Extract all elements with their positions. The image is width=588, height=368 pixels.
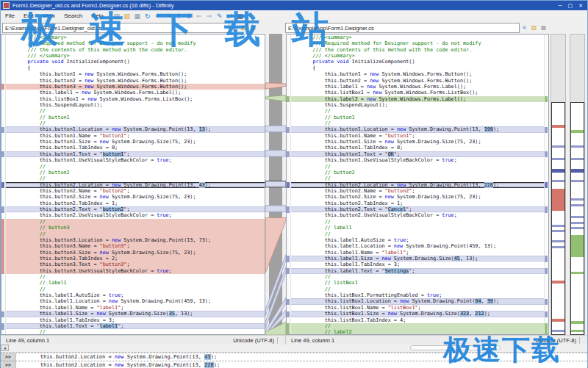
code-line[interactable]: this.listBox1.Name = "listBox1"; — [291, 305, 548, 311]
current-diff-line[interactable]: >> this.button2.Location = new System.Dr… — [1, 353, 587, 361]
code-line[interactable]: this.button1.Location = new System.Drawi… — [6, 126, 265, 132]
title-bar[interactable]: Form1.Designer_old.cs and Form1.Designer… — [1, 1, 587, 10]
code-line[interactable]: this.button2.Size = new System.Drawing.S… — [291, 194, 548, 200]
minimap-viewport[interactable] — [570, 102, 584, 335]
code-line[interactable]: /// the contents of this method with the… — [6, 47, 265, 53]
code-line[interactable]: this.listBox1.FormattingEnabled = true; — [291, 292, 548, 298]
code-line[interactable]: // button2 — [6, 170, 265, 176]
code-line[interactable]: this.label1 = new System.Windows.Forms.L… — [6, 90, 265, 95]
code-line[interactable]: { — [291, 65, 548, 71]
scroll-left-arrow-icon[interactable]: ◂ — [1, 344, 9, 351]
code-line[interactable]: this.label1.Name = "label1"; — [6, 305, 265, 311]
code-line[interactable]: this.button2.TabIndex = 1; — [6, 201, 265, 206]
menu-edit[interactable]: Edit — [19, 12, 38, 20]
code-line[interactable]: this.label1 = new System.Windows.Forms.L… — [291, 84, 548, 90]
code-line[interactable]: this.label1.Size = new System.Drawing.Si… — [6, 311, 265, 317]
code-line[interactable]: this.label1.Size = new System.Drawing.Si… — [291, 256, 548, 261]
current-diff-line[interactable]: >> this.button2.Location = new System.Dr… — [1, 361, 587, 368]
code-line[interactable]: this.button2.Text = "Cancel"; — [291, 206, 548, 212]
code-line[interactable]: this.button2.Size = new System.Drawing.S… — [6, 194, 265, 200]
code-line[interactable]: this.SuspendLayout(); — [291, 102, 548, 108]
code-line[interactable]: this.button1 = new System.Windows.Forms.… — [6, 71, 265, 77]
undo-icon[interactable]: ↶ — [154, 12, 162, 21]
view-list-icon[interactable]: ≡ — [230, 23, 238, 32]
reload-icon[interactable]: ↻ — [143, 12, 152, 21]
code-line[interactable]: this.button1.Location = new System.Drawi… — [291, 126, 548, 132]
code-line[interactable]: // button1 — [291, 115, 548, 120]
code-line[interactable]: // button3 — [6, 225, 265, 231]
code-line[interactable]: this.button2 = new System.Windows.Forms.… — [6, 78, 265, 84]
code-line[interactable]: this.label1.TabIndex = 3; — [291, 261, 548, 267]
code-line[interactable]: /// <summary> — [291, 35, 548, 40]
code-line[interactable]: this.button3.UseVisualStyleBackColor = t… — [6, 268, 265, 274]
code-line[interactable]: this.button1.Name = "button1"; — [6, 133, 265, 139]
code-line[interactable]: // button1 — [6, 115, 265, 120]
left-overview-minimap[interactable] — [551, 34, 566, 335]
code-line[interactable]: this.listBox1.TabIndex = 4; — [291, 317, 548, 323]
browse-folder-icon[interactable]: ▨ — [530, 23, 538, 32]
code-line[interactable]: // — [291, 274, 548, 280]
code-line[interactable]: // — [291, 120, 548, 126]
code-line[interactable]: // — [291, 176, 548, 181]
new-file-icon[interactable]: ▤ — [112, 12, 121, 21]
code-line[interactable]: /// </summary> — [6, 53, 265, 59]
code-line[interactable]: this.listBox1.Size = new System.Drawing.… — [291, 311, 548, 317]
code-line[interactable]: this.SuspendLayout(); — [6, 102, 265, 108]
copy-to-right-icon[interactable]: ⇒ — [205, 12, 214, 21]
code-line[interactable]: this.button1.TabIndex = 0; — [6, 145, 265, 151]
code-line[interactable]: this.button2.Name = "button2"; — [291, 188, 548, 194]
code-line[interactable]: this.label1.Location = new System.Drawin… — [6, 298, 265, 304]
save-file-icon[interactable]: ▦ — [539, 23, 548, 32]
code-line[interactable]: this.label2 = new System.Windows.Forms.L… — [291, 96, 548, 102]
code-line[interactable]: // — [6, 164, 265, 170]
view-list-icon[interactable]: ≡ — [520, 23, 528, 32]
code-line[interactable]: this.listBox1.Location = new System.Draw… — [291, 298, 548, 304]
edit-icon[interactable]: ✎ — [215, 12, 224, 21]
code-line[interactable]: // label1 — [6, 280, 265, 286]
save-file-icon[interactable]: ▦ — [249, 23, 257, 32]
code-line[interactable]: /// Required method for Designer support… — [291, 40, 548, 46]
code-line[interactable]: // label1 — [291, 225, 548, 231]
code-line[interactable]: // — [291, 231, 548, 237]
code-line[interactable]: private void InitializeComponent() — [6, 59, 265, 65]
code-line[interactable]: this.button3.Location = new System.Drawi… — [6, 237, 265, 243]
code-line[interactable]: this.button3.TabIndex = 2; — [6, 256, 265, 261]
code-line[interactable]: this.label1.TabIndex = 3; — [6, 317, 265, 323]
code-line[interactable]: /// </summary> — [291, 53, 548, 59]
code-line[interactable]: this.button1.Text = "button1"; — [6, 151, 265, 157]
code-line[interactable]: // — [6, 120, 265, 126]
code-line[interactable]: /// Required method for Designer support… — [6, 40, 265, 46]
right-overview-minimap[interactable] — [570, 34, 585, 335]
save-icon[interactable]: ▦ — [133, 12, 142, 21]
code-line[interactable]: /// the contents of this method with the… — [291, 47, 548, 53]
code-line[interactable]: // listBox1 — [291, 280, 548, 286]
menu-file[interactable]: File — [1, 12, 19, 20]
menu-help[interactable]: Help — [87, 12, 107, 20]
code-line[interactable]: this.label1.Text = "label1"; — [6, 323, 265, 329]
code-line[interactable]: this.button3 = new System.Windows.Forms.… — [6, 84, 265, 90]
code-line[interactable]: // — [6, 176, 265, 181]
code-line[interactable]: this.button2.Name = "button2"; — [6, 188, 265, 194]
code-line[interactable]: this.label1.AutoSize = true; — [291, 237, 548, 243]
code-line[interactable]: this.label1.Name = "label1"; — [291, 250, 548, 256]
code-line[interactable]: this.button1.UseVisualStyleBackColor = t… — [291, 157, 548, 163]
code-line[interactable]: this.button2.UseVisualStyleBackColor = t… — [6, 212, 265, 218]
code-line[interactable]: this.label1.Location = new System.Drawin… — [291, 243, 548, 249]
left-file-path-input[interactable] — [2, 23, 229, 33]
open-folder-icon[interactable]: ▨ — [123, 12, 132, 21]
swap-panes-icon[interactable]: ⇄ — [226, 12, 234, 21]
right-editor-pane[interactable]: /// <summary> /// Required method for De… — [286, 34, 549, 335]
minimize-button[interactable]: ─ — [559, 3, 562, 9]
prev-diff-icon[interactable]: ⇑ — [174, 12, 183, 21]
code-line[interactable]: private void InitializeComponent() — [291, 59, 548, 65]
code-line[interactable]: this.button1.Text = "OK"; — [291, 151, 548, 157]
menu-search[interactable]: Search — [60, 12, 87, 20]
code-line[interactable]: // — [6, 231, 265, 237]
code-line[interactable]: this.button1 = new System.Windows.Forms.… — [291, 71, 548, 77]
code-line[interactable]: this.button3.Size = new System.Drawing.S… — [6, 250, 265, 256]
copy-to-left-icon[interactable]: ⇐ — [195, 12, 204, 21]
code-line[interactable]: // — [6, 329, 265, 335]
code-line[interactable]: this.label1.AutoSize = true; — [6, 292, 265, 298]
code-line[interactable]: this.button2 = new System.Windows.Forms.… — [291, 78, 548, 84]
menu-view[interactable]: View — [38, 12, 60, 20]
